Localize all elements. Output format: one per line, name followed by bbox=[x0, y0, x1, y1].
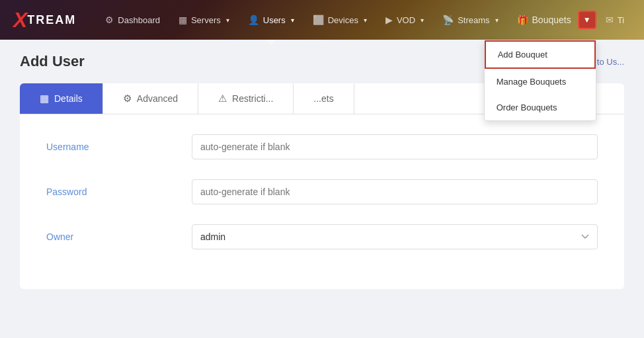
devices-icon: ⬜ bbox=[313, 15, 324, 25]
nav-item-ti[interactable]: ✉ Ti bbox=[596, 0, 633, 40]
nav-item-devices[interactable]: ⬜ Devices ▾ bbox=[303, 0, 376, 40]
users-chevron-icon: ▾ bbox=[291, 17, 294, 24]
username-label: Username bbox=[46, 142, 179, 152]
tab-label-advanced: Advanced bbox=[137, 93, 178, 104]
nav-label-servers: Servers bbox=[191, 15, 221, 25]
nav-item-bouquets-wrapper: 🎁 Bouquets ▼ Add Bouquet Manage Bouquets… bbox=[508, 0, 596, 40]
nav-label-vod: VOD bbox=[397, 15, 415, 25]
active-indicator bbox=[266, 40, 276, 45]
tab-advanced[interactable]: ⚙ Advanced bbox=[103, 83, 198, 114]
nav-item-users[interactable]: 👤 Users ▾ bbox=[239, 0, 303, 40]
devices-chevron-icon: ▾ bbox=[364, 17, 367, 24]
nav-item-streams[interactable]: 📡 Streams ▾ bbox=[433, 0, 507, 40]
owner-select[interactable]: admin bbox=[192, 224, 598, 249]
servers-chevron-icon: ▾ bbox=[226, 17, 229, 24]
users-icon: 👤 bbox=[248, 15, 259, 25]
page-title: Add User bbox=[20, 53, 85, 70]
password-input[interactable] bbox=[192, 179, 598, 204]
dropdown-item-add-bouquet[interactable]: Add Bouquet bbox=[485, 40, 596, 69]
tab-restrictions[interactable]: ⚠ Restricti... bbox=[198, 83, 294, 114]
username-input[interactable] bbox=[192, 134, 598, 159]
main-nav: ⚙ Dashboard ▦ Servers ▾ 👤 Users ▾ ⬜ Devi… bbox=[96, 0, 633, 40]
nav-label-users: Users bbox=[263, 15, 286, 25]
nav-label-streams: Streams bbox=[458, 15, 489, 25]
vod-chevron-icon: ▾ bbox=[421, 17, 424, 24]
nav-label-dashboard: Dashboard bbox=[118, 15, 160, 25]
ti-icon: ✉ bbox=[606, 15, 614, 25]
bouquets-dropdown-button[interactable]: ▼ bbox=[578, 11, 596, 29]
details-tab-icon: ▦ bbox=[40, 93, 49, 105]
nav-item-servers[interactable]: ▦ Servers ▾ bbox=[169, 0, 239, 40]
tab-details[interactable]: ▦ Details bbox=[20, 83, 103, 114]
tab-label-restrictions: Restricti... bbox=[232, 93, 273, 104]
password-label: Password bbox=[46, 187, 179, 197]
advanced-tab-icon: ⚙ bbox=[123, 93, 132, 105]
nav-label-ti: Ti bbox=[618, 15, 624, 25]
header: X TREAM ⚙ Dashboard ▦ Servers ▾ 👤 Users … bbox=[0, 0, 644, 40]
form-area: Username Password Owner admin bbox=[20, 114, 624, 289]
nav-item-bouquets[interactable]: 🎁 Bouquets bbox=[508, 0, 578, 40]
dropdown-item-manage-bouquets[interactable]: Manage Bouquets bbox=[485, 69, 596, 95]
streams-chevron-icon: ▾ bbox=[495, 17, 499, 24]
owner-label: Owner bbox=[46, 232, 179, 242]
password-row: Password bbox=[46, 179, 598, 204]
dashboard-icon: ⚙ bbox=[105, 15, 114, 25]
bouquets-icon: 🎁 bbox=[517, 15, 528, 25]
nav-label-devices: Devices bbox=[328, 15, 358, 25]
streams-icon: 📡 bbox=[442, 15, 454, 25]
tab-bouquets[interactable]: ...ets bbox=[294, 83, 354, 114]
owner-row: Owner admin bbox=[46, 224, 598, 249]
logo[interactable]: X TREAM bbox=[13, 8, 76, 32]
bouquets-chevron-icon: ▼ bbox=[583, 15, 591, 24]
tab-label-bouquets: ...ets bbox=[313, 93, 333, 104]
tab-label-details: Details bbox=[54, 93, 83, 104]
dropdown-item-order-bouquets[interactable]: Order Bouquets bbox=[485, 95, 596, 120]
nav-item-vod[interactable]: ▶ VOD ▾ bbox=[376, 0, 433, 40]
nav-item-dashboard[interactable]: ⚙ Dashboard bbox=[96, 0, 169, 40]
logo-x-icon: X bbox=[13, 8, 27, 32]
servers-icon: ▦ bbox=[179, 15, 187, 25]
vod-icon: ▶ bbox=[385, 15, 393, 25]
bouquets-dropdown-menu: Add Bouquet Manage Bouquets Order Bouque… bbox=[484, 40, 596, 121]
logo-text: TREAM bbox=[27, 13, 76, 27]
restrictions-tab-icon: ⚠ bbox=[218, 93, 227, 105]
username-row: Username bbox=[46, 134, 598, 159]
nav-label-bouquets: Bouquets bbox=[532, 15, 571, 25]
